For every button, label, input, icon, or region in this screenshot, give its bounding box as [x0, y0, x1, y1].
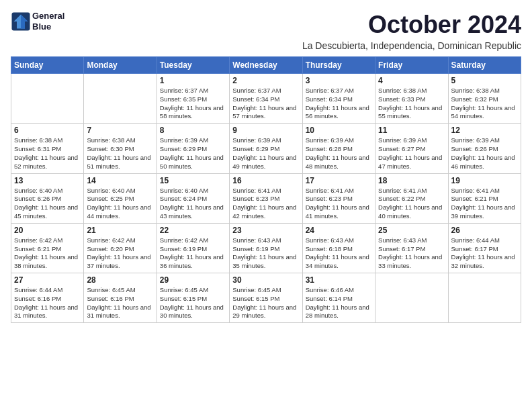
day-info: Sunrise: 6:37 AMSunset: 6:34 PMDaylight:…: [232, 87, 299, 121]
calendar-cell: 9 Sunrise: 6:39 AMSunset: 6:29 PMDayligh…: [230, 124, 302, 173]
calendar-week-row: 13 Sunrise: 6:40 AMSunset: 6:26 PMDaylig…: [11, 173, 521, 223]
day-info: Sunrise: 6:41 AMSunset: 6:22 PMDaylight:…: [378, 187, 445, 221]
calendar-cell: 10 Sunrise: 6:39 AMSunset: 6:28 PMDaylig…: [302, 124, 375, 173]
day-number: 29: [160, 275, 226, 285]
day-number: 26: [451, 226, 518, 235]
month-title: October 2024: [302, 11, 521, 39]
calendar-cell: 27 Sunrise: 6:44 AMSunset: 6:16 PMDaylig…: [11, 273, 84, 323]
day-info: Sunrise: 6:39 AMSunset: 6:26 PMDaylight:…: [451, 136, 518, 171]
day-info: Sunrise: 6:42 AMSunset: 6:19 PMDaylight:…: [160, 236, 226, 271]
calendar-cell: 11 Sunrise: 6:39 AMSunset: 6:27 PMDaylig…: [375, 124, 448, 173]
day-info: Sunrise: 6:37 AMSunset: 6:35 PMDaylight:…: [160, 87, 226, 121]
weekday-header-friday: Friday: [375, 57, 448, 74]
calendar-cell: 30 Sunrise: 6:45 AMSunset: 6:15 PMDaylig…: [230, 273, 302, 323]
day-info: Sunrise: 6:45 AMSunset: 6:15 PMDaylight:…: [160, 286, 226, 320]
day-info: Sunrise: 6:38 AMSunset: 6:32 PMDaylight:…: [451, 87, 518, 121]
calendar-cell: 14 Sunrise: 6:40 AMSunset: 6:25 PMDaylig…: [84, 173, 157, 223]
day-number: 18: [378, 176, 445, 185]
calendar-cell: 23 Sunrise: 6:43 AMSunset: 6:19 PMDaylig…: [230, 223, 302, 273]
calendar-cell: 1 Sunrise: 6:37 AMSunset: 6:35 PMDayligh…: [157, 74, 229, 124]
day-number: 27: [14, 275, 81, 285]
calendar-cell: 12 Sunrise: 6:39 AMSunset: 6:26 PMDaylig…: [448, 124, 521, 173]
day-number: 12: [451, 126, 518, 135]
day-number: 3: [306, 76, 372, 85]
calendar-cell: 25 Sunrise: 6:43 AMSunset: 6:17 PMDaylig…: [375, 223, 448, 273]
day-number: 13: [14, 176, 81, 185]
day-number: 9: [232, 126, 299, 135]
day-info: Sunrise: 6:41 AMSunset: 6:23 PMDaylight:…: [232, 187, 299, 221]
day-number: 5: [451, 76, 518, 85]
day-number: 4: [378, 76, 445, 85]
calendar-cell: 16 Sunrise: 6:41 AMSunset: 6:23 PMDaylig…: [230, 173, 302, 223]
calendar-cell: 18 Sunrise: 6:41 AMSunset: 6:22 PMDaylig…: [375, 173, 448, 223]
calendar-cell: 31 Sunrise: 6:46 AMSunset: 6:14 PMDaylig…: [302, 273, 375, 323]
day-info: Sunrise: 6:38 AMSunset: 6:33 PMDaylight:…: [378, 87, 445, 121]
day-number: 15: [160, 176, 226, 185]
calendar-cell: [375, 273, 448, 323]
logo-line1: General: [32, 11, 64, 21]
calendar-cell: 15 Sunrise: 6:40 AMSunset: 6:24 PMDaylig…: [157, 173, 229, 223]
calendar-week-row: 27 Sunrise: 6:44 AMSunset: 6:16 PMDaylig…: [11, 273, 521, 323]
weekday-header-wednesday: Wednesday: [230, 57, 302, 74]
day-info: Sunrise: 6:37 AMSunset: 6:34 PMDaylight:…: [306, 87, 372, 121]
day-number: 20: [14, 226, 81, 235]
calendar-cell: [11, 74, 84, 124]
day-number: 23: [232, 226, 299, 235]
calendar-cell: 29 Sunrise: 6:45 AMSunset: 6:15 PMDaylig…: [157, 273, 229, 323]
calendar-cell: 20 Sunrise: 6:42 AMSunset: 6:21 PMDaylig…: [11, 223, 84, 273]
day-info: Sunrise: 6:41 AMSunset: 6:21 PMDaylight:…: [451, 187, 518, 221]
day-number: 31: [306, 275, 372, 285]
day-info: Sunrise: 6:40 AMSunset: 6:24 PMDaylight:…: [160, 187, 226, 221]
calendar-table: SundayMondayTuesdayWednesdayThursdayFrid…: [11, 56, 521, 323]
day-number: 2: [232, 76, 299, 85]
day-number: 11: [378, 126, 445, 135]
weekday-header-monday: Monday: [84, 57, 157, 74]
day-info: Sunrise: 6:39 AMSunset: 6:27 PMDaylight:…: [378, 136, 445, 171]
day-info: Sunrise: 6:39 AMSunset: 6:29 PMDaylight:…: [160, 136, 226, 171]
day-info: Sunrise: 6:42 AMSunset: 6:20 PMDaylight:…: [87, 236, 153, 271]
day-info: Sunrise: 6:38 AMSunset: 6:30 PMDaylight:…: [87, 136, 153, 171]
day-info: Sunrise: 6:43 AMSunset: 6:18 PMDaylight:…: [306, 236, 372, 271]
logo-line2: Blue: [32, 21, 64, 32]
calendar-week-row: 6 Sunrise: 6:38 AMSunset: 6:31 PMDayligh…: [11, 124, 521, 173]
day-info: Sunrise: 6:41 AMSunset: 6:23 PMDaylight:…: [306, 187, 372, 221]
day-number: 30: [232, 275, 299, 285]
day-info: Sunrise: 6:45 AMSunset: 6:15 PMDaylight:…: [232, 286, 299, 320]
calendar-cell: 4 Sunrise: 6:38 AMSunset: 6:33 PMDayligh…: [375, 74, 448, 124]
day-number: 7: [87, 126, 153, 135]
logo: General Blue: [11, 11, 64, 32]
title-block: October 2024 La Descubierta, Independenc…: [302, 11, 521, 51]
day-info: Sunrise: 6:39 AMSunset: 6:29 PMDaylight:…: [232, 136, 299, 171]
day-number: 6: [14, 126, 81, 135]
day-number: 24: [306, 226, 372, 235]
calendar-cell: 3 Sunrise: 6:37 AMSunset: 6:34 PMDayligh…: [302, 74, 375, 124]
logo-text: General Blue: [32, 11, 64, 32]
calendar-cell: [448, 273, 521, 323]
page-header: General Blue October 2024 La Descubierta…: [11, 11, 521, 51]
calendar-cell: 2 Sunrise: 6:37 AMSunset: 6:34 PMDayligh…: [230, 74, 302, 124]
calendar-cell: 7 Sunrise: 6:38 AMSunset: 6:30 PMDayligh…: [84, 124, 157, 173]
day-info: Sunrise: 6:39 AMSunset: 6:28 PMDaylight:…: [306, 136, 372, 171]
day-number: 19: [451, 176, 518, 185]
calendar-cell: 28 Sunrise: 6:45 AMSunset: 6:16 PMDaylig…: [84, 273, 157, 323]
calendar-cell: 26 Sunrise: 6:44 AMSunset: 6:17 PMDaylig…: [448, 223, 521, 273]
calendar-cell: 5 Sunrise: 6:38 AMSunset: 6:32 PMDayligh…: [448, 74, 521, 124]
calendar-cell: 22 Sunrise: 6:42 AMSunset: 6:19 PMDaylig…: [157, 223, 229, 273]
day-number: 1: [160, 76, 226, 85]
calendar-cell: [84, 74, 157, 124]
day-number: 16: [232, 176, 299, 185]
calendar-week-row: 20 Sunrise: 6:42 AMSunset: 6:21 PMDaylig…: [11, 223, 521, 273]
location: La Descubierta, Independencia, Dominican…: [302, 40, 521, 51]
weekday-header-tuesday: Tuesday: [157, 57, 229, 74]
weekday-header-row: SundayMondayTuesdayWednesdayThursdayFrid…: [11, 57, 521, 74]
day-info: Sunrise: 6:40 AMSunset: 6:26 PMDaylight:…: [14, 187, 81, 221]
day-number: 21: [87, 226, 153, 235]
calendar-cell: 17 Sunrise: 6:41 AMSunset: 6:23 PMDaylig…: [302, 173, 375, 223]
day-number: 10: [306, 126, 372, 135]
day-number: 17: [306, 176, 372, 185]
day-info: Sunrise: 6:44 AMSunset: 6:17 PMDaylight:…: [451, 236, 518, 271]
calendar-cell: 24 Sunrise: 6:43 AMSunset: 6:18 PMDaylig…: [302, 223, 375, 273]
day-info: Sunrise: 6:43 AMSunset: 6:19 PMDaylight:…: [232, 236, 299, 271]
day-info: Sunrise: 6:38 AMSunset: 6:31 PMDaylight:…: [14, 136, 81, 171]
calendar-cell: 6 Sunrise: 6:38 AMSunset: 6:31 PMDayligh…: [11, 124, 84, 173]
